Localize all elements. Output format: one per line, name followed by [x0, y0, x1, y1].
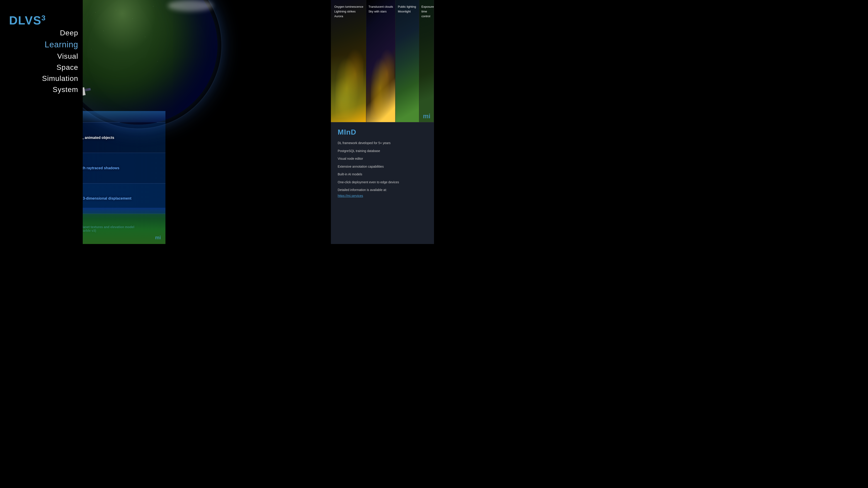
top-panels: Oxygen luminescence Lightning strikes Au… — [331, 0, 434, 122]
nav-item-system[interactable]: System — [53, 86, 78, 94]
panel-label-4: Exposure time control — [422, 4, 434, 19]
panel-label-1: Oxygen luminescence Lightning strikes Au… — [334, 4, 363, 19]
panel-label-3: Public lighting Moonlight — [398, 4, 416, 14]
nav-item-deep[interactable]: Deep — [60, 29, 79, 37]
nav-item-simulation[interactable]: Simulation — [42, 74, 78, 83]
panel-label-2: Translucent clouds Sky with stars — [369, 4, 393, 14]
earth-glow-1 — [331, 54, 366, 122]
left-panel: DLVS3 Deep Learning Visual Space Simulat… — [0, 0, 83, 244]
mind-link[interactable]: https://mi.services — [338, 194, 434, 198]
nav-item-space[interactable]: Space — [56, 63, 78, 72]
nav-item-visual[interactable]: Visual — [57, 52, 78, 61]
mi-logo-top-right: mi — [423, 112, 430, 120]
mind-title: MInD — [338, 128, 434, 136]
nav-words: Deep Learning Visual Space Simulation Sy… — [0, 0, 83, 122]
cloud-2 — [168, 0, 213, 11]
right-panel: Oxygen luminescence Lightning strikes Au… — [331, 0, 434, 244]
mind-feature-5: One-click deployment even to edge device… — [338, 180, 434, 185]
mind-feature-2: Visual node editor — [338, 157, 434, 161]
panel-oxygen: Oxygen luminescence Lightning strikes Au… — [331, 0, 366, 122]
panel-exposure: mi Exposure time control — [419, 0, 434, 122]
mind-section: MInD DL framework developed for 5+ years… — [331, 122, 434, 244]
mi-logo-main: mi — [155, 235, 161, 240]
mind-feature-4: Built-in AI models — [338, 172, 434, 177]
panel-clouds: Translucent clouds Sky with stars — [366, 0, 396, 122]
mind-detail-label: Detailed information is available at: — [338, 188, 434, 192]
mind-info: MInD DL framework developed for 5+ years… — [331, 122, 434, 244]
mind-feature-3: Extensive annotation capabilities — [338, 164, 434, 169]
panel-lighting: Public lighting Moonlight — [396, 0, 419, 122]
mind-feature-1: PostgreSQL training database — [338, 149, 434, 153]
city-lights-2 — [371, 44, 394, 118]
nav-item-learning[interactable]: Learning — [44, 40, 78, 50]
main-container: DLVS3 Deep Learning Visual Space Simulat… — [0, 0, 434, 244]
mind-feature-0: DL framework developed for 5+ years — [338, 141, 434, 145]
